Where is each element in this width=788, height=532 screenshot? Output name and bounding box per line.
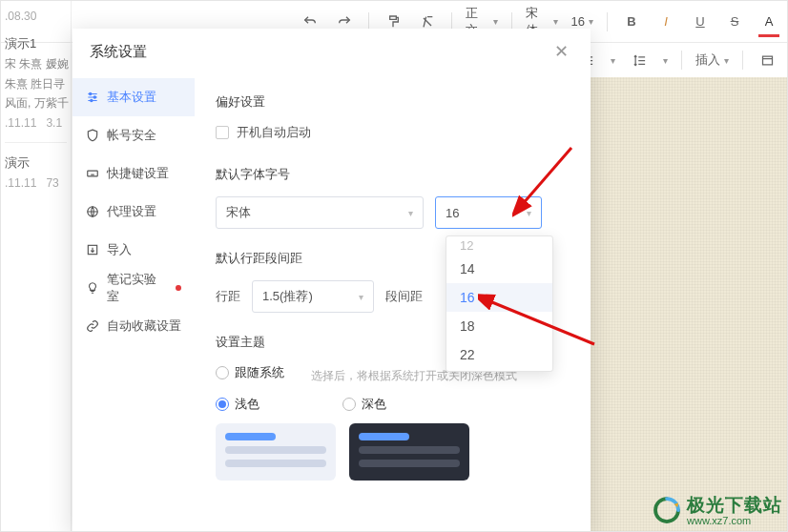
bulb-icon: [86, 281, 99, 295]
nav-import[interactable]: 导入: [73, 231, 195, 269]
more-icon[interactable]: [757, 47, 778, 73]
line-spacing-label: 行距: [216, 288, 240, 305]
para-spacing-label: 段间距: [385, 288, 423, 305]
watermark: 极光下载站 www.xz7.com: [653, 493, 782, 526]
default-size-select[interactable]: 16▾: [435, 196, 542, 229]
theme-light-preview[interactable]: [216, 423, 336, 481]
settings-nav: 基本设置 帐号安全 快捷键设置 代理设置 导入 笔记实验室 自动收藏设置: [73, 74, 195, 532]
size-option[interactable]: 22: [446, 340, 552, 369]
doc-title[interactable]: 演示: [5, 153, 67, 174]
checkbox-icon: [216, 126, 229, 139]
svg-point-2: [90, 92, 92, 94]
svg-rect-1: [762, 56, 772, 65]
document-list: .08.30 演示1 宋 朱熹 媛婉 朱熹 胜日寻 风面, 万紫千 .11.11…: [1, 1, 72, 532]
globe-icon: [86, 205, 99, 218]
red-dot-badge: [176, 285, 181, 291]
theme-light-radio[interactable]: 浅色: [216, 396, 259, 413]
size-option[interactable]: 12: [446, 238, 552, 255]
nav-proxy[interactable]: 代理设置: [73, 193, 195, 231]
link-icon: [86, 319, 99, 333]
line-spacing-icon[interactable]: [629, 47, 650, 73]
chevron-down-icon: ▾: [408, 208, 413, 218]
default-font-select[interactable]: 宋体▾: [216, 196, 424, 229]
nav-shortcuts[interactable]: 快捷键设置: [73, 154, 195, 193]
svg-point-4: [91, 99, 93, 101]
doc-title[interactable]: 演示1: [5, 33, 67, 54]
dialog-title: 系统设置: [90, 43, 147, 61]
section-default-font: 默认字体字号: [216, 166, 570, 183]
theme-dark-radio[interactable]: 深色: [342, 396, 386, 413]
text-color-button[interactable]: A: [758, 9, 779, 35]
theme-follow-system-radio[interactable]: 跟随系统: [216, 364, 284, 381]
close-icon[interactable]: ✕: [549, 39, 573, 64]
chevron-down-icon: ▾: [359, 292, 363, 302]
svg-point-3: [93, 96, 95, 98]
nav-auto-collect[interactable]: 自动收藏设置: [73, 307, 195, 345]
underline-button[interactable]: U: [690, 9, 711, 35]
shield-icon: [86, 129, 99, 142]
import-icon: [86, 243, 99, 256]
nav-account-security[interactable]: 帐号安全: [73, 116, 195, 154]
doc-date: .08.30: [5, 7, 67, 26]
svg-rect-5: [88, 171, 98, 176]
theme-dark-preview[interactable]: [349, 423, 469, 481]
nav-labs[interactable]: 笔记实验室: [73, 269, 195, 307]
chevron-down-icon: ▾: [527, 208, 531, 218]
strikethrough-button[interactable]: S: [724, 9, 745, 35]
bold-button[interactable]: B: [621, 9, 642, 35]
watermark-logo-icon: [653, 496, 681, 524]
font-size-dropdown[interactable]: 16▾: [571, 14, 593, 29]
section-preferences: 偏好设置: [216, 93, 570, 111]
size-option-selected[interactable]: 16: [446, 283, 552, 312]
font-size-dropdown-list: 12 14 16 18 22: [446, 235, 553, 372]
size-option[interactable]: 18: [446, 312, 552, 340]
italic-button[interactable]: I: [655, 9, 676, 35]
insert-dropdown[interactable]: 插入▾: [695, 51, 729, 69]
line-spacing-select[interactable]: 1.5(推荐)▾: [252, 280, 374, 313]
sliders-icon: [86, 91, 99, 104]
keyboard-icon: [86, 167, 99, 180]
nav-basic-settings[interactable]: 基本设置: [73, 78, 195, 116]
size-option[interactable]: 14: [446, 255, 552, 283]
autostart-checkbox[interactable]: 开机自动启动: [216, 124, 570, 141]
